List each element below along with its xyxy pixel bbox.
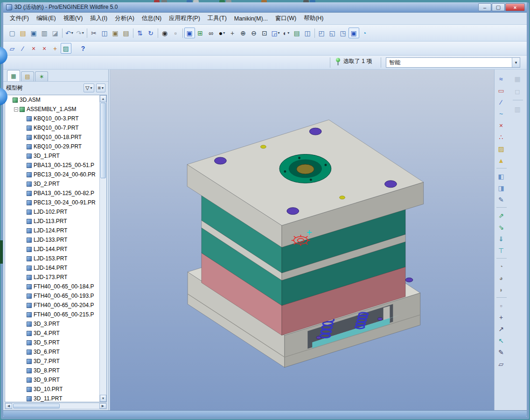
menu-tools[interactable]: 工具(T) — [204, 13, 230, 24]
menu-applications[interactable]: 应用程序(P) — [165, 13, 204, 24]
tree-item[interactable]: FTH40_00-65_00-204.P — [5, 301, 106, 310]
tree-item[interactable]: 3D_5.PRT — [5, 338, 106, 347]
tree-item[interactable]: LJD-173.PRT — [5, 273, 106, 282]
tree-item[interactable]: PBA13_00-125_00-51.P — [5, 161, 106, 170]
tree-item[interactable]: KBQ10_00-3.PRT — [5, 114, 106, 123]
tree-filter-button[interactable]: ▽ ▾ — [84, 84, 94, 92]
tree-item[interactable]: 3D.ASM — [5, 95, 106, 105]
smart-pick[interactable]: ⊞ — [195, 28, 206, 38]
tee-tool[interactable]: ⊤ — [496, 245, 507, 256]
tree-item[interactable]: 3D_10.PRT — [5, 385, 106, 394]
analysis-graph[interactable]: ≈ — [496, 73, 507, 84]
tree-item[interactable]: LJD-153.PRT — [5, 254, 106, 263]
context-help[interactable]: ? — [78, 43, 89, 54]
save[interactable]: ▣ — [28, 28, 39, 38]
window-new[interactable]: ◰ — [316, 28, 327, 38]
datum-point-tool[interactable]: × — [28, 43, 39, 54]
view-manager[interactable]: ◫ — [302, 28, 313, 38]
sketch-pencil[interactable]: ✎ — [496, 347, 507, 357]
tree-item[interactable]: KBQ10_00-29.PRT — [5, 142, 106, 151]
layers[interactable]: ▤ — [292, 28, 302, 38]
window-active[interactable]: ▣ — [349, 28, 359, 38]
scroll-left-arrow[interactable]: ◀ — [5, 403, 12, 409]
tab-folder-browser[interactable]: ▤ — [21, 71, 34, 81]
named-views[interactable]: ◲▾ — [270, 28, 281, 38]
tree-item[interactable]: 3D_11.PRT — [5, 394, 106, 402]
cut[interactable]: ✂ — [89, 28, 99, 38]
tree-item[interactable]: LJD-124.PRT — [5, 226, 106, 235]
auto-regenerate[interactable]: ↻ — [146, 28, 156, 38]
open-file[interactable]: ▤ — [18, 28, 28, 38]
sketch-active-tool[interactable]: ▨ — [61, 43, 71, 54]
search[interactable]: ◉ — [160, 28, 170, 38]
table-grid[interactable]: ▦ — [512, 73, 523, 84]
menu-file[interactable]: 文件(F) — [6, 13, 33, 24]
tree-item[interactable]: 3D_2.PRT — [5, 179, 106, 189]
viewport-canvas[interactable] — [110, 70, 494, 410]
zoom-out[interactable]: ⊖ — [249, 28, 259, 38]
selection-filter-combo[interactable]: 智能 ▾ — [386, 57, 520, 68]
tree-item[interactable]: LJD-113.PRT — [5, 217, 106, 226]
view-export-up[interactable]: ⇗ — [496, 210, 507, 221]
delete-segment[interactable]: × — [496, 120, 507, 131]
field-point-tool[interactable]: × — [39, 43, 50, 54]
tree-expander[interactable]: − — [14, 107, 18, 112]
chart-small[interactable]: ▥ — [512, 104, 523, 114]
tree-item[interactable]: PBC13_00-24_00-60.PR — [5, 170, 106, 179]
appearance-gallery[interactable]: ◔ — [359, 28, 370, 38]
tree-item[interactable]: KBQ10_00-18.PRT — [5, 133, 106, 142]
tree-item[interactable]: LJD-144.PRT — [5, 245, 106, 254]
paste[interactable]: ▣ — [110, 28, 121, 38]
display-style[interactable]: ◐▾ — [281, 28, 292, 38]
appearance-layer-1[interactable]: ◧ — [496, 171, 507, 182]
tree-item[interactable]: FTH40_00-65_00-184.P — [5, 282, 106, 291]
menu-window[interactable]: 窗口(W) — [272, 13, 300, 24]
small-plane[interactable]: ▫ — [496, 300, 507, 311]
tree-item[interactable]: FTH40_00-65_00-193.P — [5, 291, 106, 301]
tree-item[interactable]: FTH40_00-65_00-215.P — [5, 310, 106, 319]
round-tool[interactable]: ◔ — [496, 261, 507, 272]
datum-line[interactable]: ∕ — [496, 97, 507, 107]
copy[interactable]: ◫ — [99, 28, 110, 38]
tree-item[interactable]: KBQ10_00-7.PRT — [5, 123, 106, 133]
refit[interactable]: ⊡ — [259, 28, 270, 38]
tab-favorites[interactable]: ∗ — [35, 71, 48, 81]
copy-geometry[interactable]: ⇓ — [496, 233, 507, 244]
minimize-button[interactable]: – — [478, 3, 491, 11]
title-bar[interactable]: 3D (活动的) - Pro/ENGINEER Wildfire 5.0 – ▢… — [3, 2, 527, 13]
graphics-viewport[interactable] — [110, 70, 494, 410]
close-button[interactable]: × — [505, 3, 525, 11]
view-export-down[interactable]: ⇘ — [496, 222, 507, 232]
chamfer-tool[interactable]: ◕ — [496, 273, 507, 283]
tree-item[interactable]: LJD-102.PRT — [5, 207, 106, 217]
spline-tool[interactable]: ~ — [496, 108, 507, 119]
tree-item[interactable]: 3D_8.PRT — [5, 366, 106, 375]
tree-horizontal-scrollbar[interactable]: ◀ ▶ — [5, 403, 107, 409]
scroll-up-arrow[interactable]: ▲ — [100, 95, 106, 102]
window-cascade[interactable]: ◳ — [338, 28, 349, 38]
menu-info[interactable]: 信息(N) — [138, 13, 165, 24]
hatch-tool[interactable]: ▨ — [496, 143, 507, 154]
tree-item[interactable]: LJD-133.PRT — [5, 235, 106, 245]
window-tile[interactable]: ◱ — [327, 28, 338, 38]
print[interactable]: ▥ — [39, 28, 50, 38]
scroll-thumb[interactable] — [100, 103, 106, 178]
tree-item[interactable]: 3D_9.PRT — [5, 375, 106, 385]
tree-item[interactable]: PBC13_00-24_00-91.PR — [5, 198, 106, 207]
zoom-in[interactable]: ⊕ — [238, 28, 249, 38]
tree-item[interactable]: 3D_3.PRT — [5, 319, 106, 329]
select-arrow[interactable]: ↖ — [496, 335, 507, 346]
point-pattern[interactable]: ∴ — [496, 132, 507, 142]
paste-special[interactable]: ▤ — [121, 28, 132, 38]
item-select[interactable]: ▣ — [184, 28, 195, 38]
redo[interactable]: ↷▾ — [75, 28, 85, 38]
tab-model-tree[interactable]: ▦ — [7, 70, 20, 81]
axis-point[interactable]: + — [496, 312, 507, 322]
tree-settings-button[interactable]: ≡ ▾ — [96, 84, 105, 92]
tree-item[interactable]: 3D_4.PRT — [5, 329, 106, 338]
tree-item[interactable]: − ASSEMBLY_1.ASM — [5, 105, 106, 114]
cube-display[interactable]: ◻ — [512, 86, 523, 97]
maximize-button[interactable]: ▢ — [492, 3, 505, 11]
regenerate[interactable]: ⇅ — [135, 28, 146, 38]
coordinate-system-tool[interactable]: + — [50, 43, 61, 54]
